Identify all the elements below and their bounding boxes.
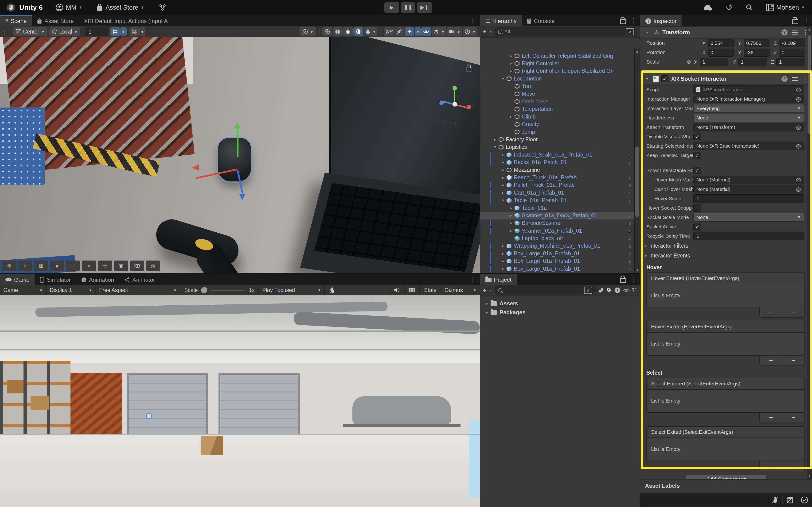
project-folder-assets[interactable]: ▸ Assets [480, 299, 640, 308]
pan-tool-icon[interactable]: ✛ [98, 261, 112, 271]
prefab-open-chevron[interactable]: › [629, 236, 631, 241]
debugger-detached-icon[interactable] [772, 496, 779, 504]
object-field-script[interactable]: XRSocketInteractor◎ [693, 86, 804, 94]
cloud-icon[interactable] [703, 4, 713, 11]
frame-debugger-icon[interactable] [324, 285, 340, 295]
checkbox-disable-visuals-when[interactable]: ✓ [693, 133, 701, 140]
tab-project[interactable]: Project [480, 274, 517, 285]
keyboard-shortcuts-icon[interactable] [404, 285, 419, 295]
toolbar-grip[interactable]: ⋮⋮ [2, 29, 11, 35]
link-scale-icon[interactable]: ⊘ [687, 59, 693, 65]
tab-inspector[interactable]: i Inspector [640, 15, 682, 26]
hierarchy-item-box-large-01a-prefab-01[interactable]: ▸Box_Large_01a_Prefab_01› [480, 250, 635, 257]
dropdown-interaction-layer-mask[interactable]: Everything▼ [693, 104, 804, 113]
play-focused-dropdown[interactable]: Play Focused▼ [258, 285, 324, 295]
foldout-arrow[interactable]: ▾ [500, 76, 507, 81]
prefab-open-chevron[interactable]: › [629, 251, 631, 256]
snap-increment-button[interactable] [130, 27, 139, 36]
object-picker-icon[interactable]: ◎ [796, 176, 801, 183]
lock-icon[interactable] [792, 19, 798, 24]
help-icon[interactable]: ? [781, 76, 788, 82]
particles-tool-icon[interactable]: ⁘ [66, 261, 80, 271]
effects-toggle[interactable] [405, 27, 414, 36]
prefab-open-chevron[interactable]: › [629, 266, 631, 271]
checkbox-socket-active[interactable]: ✓ [693, 223, 701, 230]
foldout-arrow[interactable]: ▸ [492, 137, 499, 142]
text-field-hover-scale[interactable]: 1 [693, 194, 804, 203]
hierarchy-item-cart-01a-prefab-01[interactable]: ▸Cart_01a_Prefab_01› [480, 189, 635, 196]
text-field-recycle-delay-time[interactable]: 1 [693, 232, 804, 240]
object-field-interaction-manager[interactable]: None (XR Interaction Manager)◎ [693, 95, 804, 103]
foldout-arrow[interactable]: ▸ [642, 243, 649, 248]
prefab-open-chevron[interactable]: › [629, 221, 631, 226]
scene-lock-icon[interactable] [466, 65, 472, 72]
persp-label[interactable]: < Persp [438, 120, 458, 126]
add-event-button[interactable]: + [769, 413, 773, 421]
prefab-open-chevron[interactable]: › [629, 183, 631, 187]
lock-icon[interactable] [620, 19, 626, 24]
foldout-arrow[interactable]: ▸ [507, 206, 515, 211]
position-z-field[interactable]: -0.109 [779, 39, 805, 47]
foldout-arrow[interactable]: ▸ [507, 54, 515, 58]
prefab-open-chevron[interactable]: › [629, 160, 631, 165]
cache-server-disconnected-icon[interactable] [786, 496, 794, 504]
foldout-arrow[interactable]: ▸ [500, 190, 507, 195]
move-tool-icon[interactable]: ✥ [2, 261, 16, 271]
project-search-input[interactable]: ↗ [495, 286, 596, 295]
scale-y-field[interactable]: 1 [738, 58, 767, 66]
mute-audio-icon[interactable] [390, 285, 404, 295]
hierarchy-item-factory-floor[interactable]: ▸Factory Floor [480, 136, 635, 143]
errors-filter-icon[interactable] [614, 287, 620, 293]
inspector-scrollbar[interactable]: ▲ ▼ [807, 26, 812, 479]
scene-kebab-icon[interactable]: ⋮ [470, 17, 476, 24]
hierarchy-item-scanner-02a-prefab-01[interactable]: ▸Scanner_02a_Prefab_01› [480, 227, 635, 234]
foldout-arrow[interactable]: ▸ [500, 251, 507, 256]
foldout-arrow[interactable]: ▸ [507, 114, 515, 119]
hierarchy-search-input[interactable]: All ↗ [495, 27, 638, 36]
shading-lit-button[interactable] [353, 27, 363, 36]
splitter-horizontal[interactable] [0, 273, 640, 274]
hierarchy-item-turn[interactable]: Turn [480, 82, 635, 90]
search-icon[interactable] [745, 3, 753, 11]
hierarchy-item-gravity[interactable]: Gravity [480, 121, 635, 128]
layers-dropdown[interactable]: ▼ [432, 27, 446, 36]
hierarchy-item-box-large-01a-prefab-01[interactable]: ▸Box_Large_01a_Prefab_01› [480, 265, 635, 273]
chevron-down-icon[interactable]: ▼ [489, 288, 493, 292]
hierarchy-item-logistics[interactable]: ▾Logistics [480, 144, 635, 151]
object-field-starting-selected-interactable[interactable]: None (XR Base Interactable)◎ [693, 142, 804, 150]
zoom-tool-icon[interactable]: ⌕ [82, 261, 96, 271]
dropdown-handedness[interactable]: None▼ [693, 114, 804, 122]
component-enabled-checkbox[interactable]: ✓ [661, 75, 668, 82]
history-icon[interactable]: ↺ [725, 3, 732, 12]
account-dropdown[interactable]: MM ▼ [55, 3, 83, 11]
pause-button[interactable]: ❚❚ [401, 2, 415, 13]
hierarchy-item-scanner-01a-dock-prefab-01[interactable]: ▸Scanner_01a_Dock_Prefab_01› [480, 212, 635, 219]
sphere-tool-icon[interactable]: ● [50, 261, 64, 271]
add-asset-button[interactable]: + [483, 286, 487, 294]
foldout-arrow[interactable]: ▸ [500, 175, 507, 180]
asset-labels-bar[interactable]: Asset Labels [640, 479, 812, 493]
rotation-z-field[interactable]: 0 [779, 49, 805, 57]
add-event-button[interactable]: + [769, 356, 773, 364]
foldout-interactor-filters[interactable]: ▸Interactor Filters [640, 241, 812, 251]
hierarchy-item-laptop-black-off[interactable]: Laptop_black_off› [480, 234, 635, 242]
asset-store-dropdown[interactable]: Asset Store ▼ [96, 3, 144, 11]
foldout-interactor-events[interactable]: ▾Interactor Events [640, 251, 812, 261]
hierarchy-item-mezzanine[interactable]: ▸Mezzanine [480, 166, 635, 174]
prefab-open-chevron[interactable]: › [629, 228, 631, 233]
hierarchy-item-jump[interactable]: Jump [480, 128, 635, 136]
hierarchy-item-locomotion[interactable]: ▾Locomotion [480, 75, 635, 82]
search-by-type-icon[interactable]: ↗ [584, 287, 592, 294]
hierarchy-scrollbar[interactable]: ▲ ▼ [635, 48, 640, 274]
filter-by-label-icon[interactable] [606, 287, 612, 293]
hierarchy-item-racks-01a-patch-01[interactable]: ▸Racks_01a_Patch_01› [480, 158, 635, 166]
foldout-arrow[interactable]: ▸ [507, 61, 515, 66]
xr-socket-interactor-header[interactable]: ▾ ✓ XR Socket Interactor ? ⋮ [640, 73, 812, 85]
position-x-field[interactable]: 0.554 [708, 39, 734, 47]
kebab-icon[interactable]: ⋮ [803, 17, 809, 24]
hierarchy-item-move[interactable]: Move [480, 90, 635, 98]
hierarchy-item-wrapping-machine-01a-prefab-01[interactable]: ▸Wrapping_Machine_01a_Prefab_01› [480, 242, 635, 250]
camera-tool-icon[interactable]: ▣ [114, 261, 128, 271]
event-title[interactable]: Select Exited (SelectExitEventArgs) [647, 427, 805, 438]
stats-toggle[interactable]: Stats [419, 285, 441, 295]
